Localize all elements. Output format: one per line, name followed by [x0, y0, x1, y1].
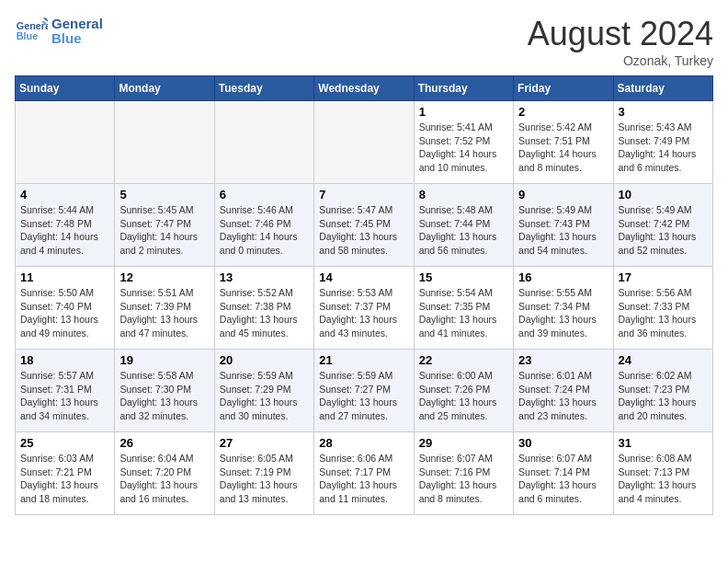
logo-icon: General Blue	[15, 15, 48, 48]
week-row-2: 4Sunrise: 5:44 AMSunset: 7:48 PMDaylight…	[16, 184, 713, 267]
calendar-cell: 17Sunrise: 5:56 AMSunset: 7:33 PMDayligh…	[613, 267, 712, 350]
calendar-cell: 16Sunrise: 5:55 AMSunset: 7:34 PMDayligh…	[514, 267, 613, 350]
calendar-cell: 23Sunrise: 6:01 AMSunset: 7:24 PMDayligh…	[514, 350, 613, 432]
day-number: 9	[518, 188, 608, 201]
day-header-friday: Friday	[514, 76, 613, 101]
day-number: 21	[319, 353, 408, 367]
day-number: 30	[518, 436, 608, 450]
day-number: 27	[220, 436, 309, 450]
calendar-cell: 21Sunrise: 5:59 AMSunset: 7:27 PMDayligh…	[314, 350, 414, 432]
calendar-cell: 3Sunrise: 5:43 AMSunset: 7:49 PMDaylight…	[613, 101, 712, 184]
day-number: 25	[20, 436, 109, 450]
day-info: Sunrise: 6:06 AMSunset: 7:17 PMDaylight:…	[319, 452, 408, 506]
day-info: Sunrise: 5:57 AMSunset: 7:31 PMDaylight:…	[20, 369, 109, 423]
title-block: August 2024 Ozonak, Turkey	[528, 15, 713, 68]
day-number: 20	[220, 353, 309, 367]
day-header-saturday: Saturday	[613, 76, 712, 101]
day-info: Sunrise: 5:51 AMSunset: 7:39 PMDaylight:…	[119, 286, 209, 340]
day-number: 13	[220, 270, 309, 284]
day-number: 18	[20, 353, 109, 367]
calendar-cell	[214, 101, 313, 184]
calendar-cell: 10Sunrise: 5:49 AMSunset: 7:42 PMDayligh…	[613, 184, 712, 267]
day-info: Sunrise: 6:08 AMSunset: 7:13 PMDaylight:…	[619, 452, 708, 506]
day-info: Sunrise: 5:53 AMSunset: 7:37 PMDaylight:…	[319, 286, 408, 340]
day-info: Sunrise: 5:56 AMSunset: 7:33 PMDaylight:…	[619, 286, 708, 340]
calendar-cell: 2Sunrise: 5:42 AMSunset: 7:51 PMDaylight…	[514, 101, 613, 184]
day-header-wednesday: Wednesday	[314, 76, 414, 101]
day-header-thursday: Thursday	[414, 76, 513, 101]
calendar-cell	[115, 101, 214, 184]
calendar-cell: 20Sunrise: 5:59 AMSunset: 7:29 PMDayligh…	[214, 350, 313, 432]
day-number: 10	[619, 188, 708, 201]
day-header-monday: Monday	[115, 76, 214, 101]
day-number: 4	[20, 188, 109, 201]
day-info: Sunrise: 5:48 AMSunset: 7:44 PMDaylight:…	[419, 203, 508, 258]
day-info: Sunrise: 5:49 AMSunset: 7:42 PMDaylight:…	[619, 203, 708, 258]
day-info: Sunrise: 5:50 AMSunset: 7:40 PMDaylight:…	[20, 286, 109, 340]
day-info: Sunrise: 6:07 AMSunset: 7:16 PMDaylight:…	[419, 452, 508, 506]
calendar-cell: 4Sunrise: 5:44 AMSunset: 7:48 PMDaylight…	[16, 184, 115, 267]
week-row-5: 25Sunrise: 6:03 AMSunset: 7:21 PMDayligh…	[16, 432, 713, 515]
day-info: Sunrise: 6:01 AMSunset: 7:24 PMDaylight:…	[518, 369, 608, 423]
day-info: Sunrise: 5:42 AMSunset: 7:51 PMDaylight:…	[518, 121, 608, 175]
day-number: 12	[119, 270, 209, 284]
week-row-3: 11Sunrise: 5:50 AMSunset: 7:40 PMDayligh…	[16, 267, 713, 350]
day-number: 6	[220, 188, 309, 201]
day-info: Sunrise: 5:59 AMSunset: 7:27 PMDaylight:…	[319, 369, 408, 423]
svg-text:Blue: Blue	[17, 30, 38, 41]
day-number: 29	[419, 436, 508, 450]
week-row-1: 1Sunrise: 5:41 AMSunset: 7:52 PMDaylight…	[16, 101, 713, 184]
day-info: Sunrise: 5:49 AMSunset: 7:43 PMDaylight:…	[518, 203, 608, 258]
calendar-cell: 6Sunrise: 5:46 AMSunset: 7:46 PMDaylight…	[214, 184, 313, 267]
day-header-tuesday: Tuesday	[214, 76, 313, 101]
day-number: 11	[20, 270, 109, 284]
day-info: Sunrise: 5:55 AMSunset: 7:34 PMDaylight:…	[518, 286, 608, 340]
day-info: Sunrise: 5:58 AMSunset: 7:30 PMDaylight:…	[119, 369, 209, 423]
week-row-4: 18Sunrise: 5:57 AMSunset: 7:31 PMDayligh…	[16, 350, 713, 432]
day-number: 19	[119, 353, 209, 367]
calendar-cell	[314, 101, 414, 184]
day-info: Sunrise: 5:43 AMSunset: 7:49 PMDaylight:…	[619, 121, 708, 175]
calendar-cell: 14Sunrise: 5:53 AMSunset: 7:37 PMDayligh…	[314, 267, 414, 350]
day-number: 16	[518, 270, 608, 284]
day-info: Sunrise: 5:46 AMSunset: 7:46 PMDaylight:…	[220, 203, 309, 258]
day-number: 1	[419, 105, 508, 119]
calendar-cell: 7Sunrise: 5:47 AMSunset: 7:45 PMDaylight…	[314, 184, 414, 267]
day-number: 15	[419, 270, 508, 284]
calendar-cell: 9Sunrise: 5:49 AMSunset: 7:43 PMDaylight…	[514, 184, 613, 267]
day-info: Sunrise: 6:03 AMSunset: 7:21 PMDaylight:…	[20, 452, 109, 506]
day-info: Sunrise: 5:54 AMSunset: 7:35 PMDaylight:…	[419, 286, 508, 340]
day-number: 3	[619, 105, 708, 119]
day-number: 2	[518, 105, 608, 119]
day-info: Sunrise: 5:59 AMSunset: 7:29 PMDaylight:…	[220, 369, 309, 423]
day-info: Sunrise: 6:02 AMSunset: 7:23 PMDaylight:…	[619, 369, 708, 423]
day-info: Sunrise: 6:04 AMSunset: 7:20 PMDaylight:…	[119, 452, 209, 506]
calendar-cell: 11Sunrise: 5:50 AMSunset: 7:40 PMDayligh…	[16, 267, 115, 350]
day-info: Sunrise: 5:45 AMSunset: 7:47 PMDaylight:…	[119, 203, 209, 258]
logo-line2: Blue	[51, 31, 103, 47]
calendar-cell: 25Sunrise: 6:03 AMSunset: 7:21 PMDayligh…	[16, 432, 115, 515]
day-info: Sunrise: 6:07 AMSunset: 7:14 PMDaylight:…	[518, 452, 608, 506]
calendar-cell: 29Sunrise: 6:07 AMSunset: 7:16 PMDayligh…	[414, 432, 513, 515]
day-number: 17	[619, 270, 708, 284]
calendar-cell: 18Sunrise: 5:57 AMSunset: 7:31 PMDayligh…	[16, 350, 115, 432]
calendar-cell: 8Sunrise: 5:48 AMSunset: 7:44 PMDaylight…	[414, 184, 513, 267]
calendar-cell: 15Sunrise: 5:54 AMSunset: 7:35 PMDayligh…	[414, 267, 513, 350]
day-number: 31	[619, 436, 708, 450]
day-number: 28	[319, 436, 408, 450]
day-info: Sunrise: 6:05 AMSunset: 7:19 PMDaylight:…	[220, 452, 309, 506]
month-year-title: August 2024	[528, 15, 713, 53]
calendar-cell: 30Sunrise: 6:07 AMSunset: 7:14 PMDayligh…	[514, 432, 613, 515]
calendar-cell: 22Sunrise: 6:00 AMSunset: 7:26 PMDayligh…	[414, 350, 513, 432]
calendar-cell: 27Sunrise: 6:05 AMSunset: 7:19 PMDayligh…	[214, 432, 313, 515]
logo-line1: General	[51, 17, 103, 32]
day-number: 5	[119, 188, 209, 201]
header-row: SundayMondayTuesdayWednesdayThursdayFrid…	[16, 76, 713, 101]
calendar-cell: 13Sunrise: 5:52 AMSunset: 7:38 PMDayligh…	[214, 267, 313, 350]
day-info: Sunrise: 5:44 AMSunset: 7:48 PMDaylight:…	[20, 203, 109, 258]
day-info: Sunrise: 5:47 AMSunset: 7:45 PMDaylight:…	[319, 203, 408, 258]
calendar-cell: 26Sunrise: 6:04 AMSunset: 7:20 PMDayligh…	[115, 432, 214, 515]
calendar-cell: 31Sunrise: 6:08 AMSunset: 7:13 PMDayligh…	[613, 432, 712, 515]
calendar-cell: 24Sunrise: 6:02 AMSunset: 7:23 PMDayligh…	[613, 350, 712, 432]
logo: General Blue General Blue	[15, 15, 103, 48]
